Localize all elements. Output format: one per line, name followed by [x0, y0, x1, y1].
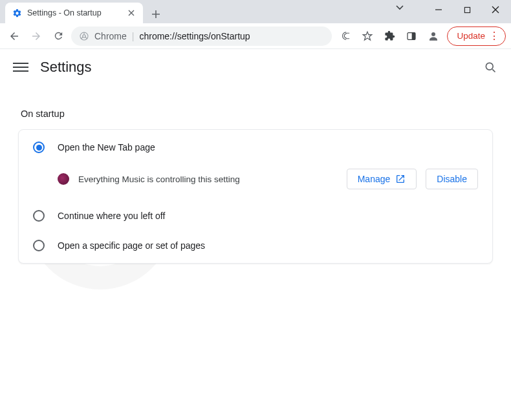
new-tab-button[interactable] — [147, 5, 165, 23]
option-continue[interactable]: Continue where you left off — [19, 201, 492, 231]
share-icon[interactable] — [336, 26, 355, 46]
disable-label: Disable — [437, 174, 467, 184]
url-separator: | — [132, 31, 135, 41]
search-button[interactable] — [483, 59, 498, 75]
settings-appbar: Settings — [0, 49, 511, 85]
menu-dots-icon: ⋮ — [489, 31, 499, 41]
toolbar-actions — [336, 26, 443, 46]
browser-tab-active[interactable]: Settings - On startup — [5, 3, 143, 23]
reload-button[interactable] — [49, 27, 67, 45]
radio-selected-icon — [33, 142, 45, 153]
sidepanel-icon[interactable] — [402, 26, 421, 46]
svg-rect-10 — [412, 32, 415, 39]
extensions-icon[interactable] — [380, 26, 399, 46]
tab-title: Settings - On startup — [27, 8, 102, 17]
radio-unselected-icon — [33, 240, 45, 251]
chrome-icon — [79, 31, 89, 41]
menu-icon[interactable] — [13, 59, 28, 75]
extension-icon — [58, 173, 69, 185]
extension-control-row: Everything Music is controlling this set… — [19, 162, 492, 201]
window-controls — [426, 0, 508, 19]
url-scheme: Chrome — [94, 31, 127, 41]
url-text: chrome://settings/onStartup — [139, 31, 250, 41]
open-in-new-icon — [395, 174, 406, 184]
tab-search-button[interactable] — [395, 3, 404, 14]
update-button[interactable]: Update ⋮ — [447, 26, 506, 46]
manage-label: Manage — [358, 174, 391, 184]
manage-button[interactable]: Manage — [347, 169, 417, 189]
settings-content: On startup Open the New Tab page Everyth… — [0, 85, 511, 271]
page-title: Settings — [40, 59, 92, 76]
close-icon[interactable] — [126, 8, 136, 18]
maximize-button[interactable] — [454, 1, 480, 19]
option-label: Open a specific page or set of pages — [58, 240, 205, 251]
gear-icon — [12, 8, 22, 18]
back-button[interactable] — [5, 27, 23, 45]
startup-options-card: Open the New Tab page Everything Music i… — [18, 129, 493, 264]
forward-button[interactable] — [27, 27, 45, 45]
minimize-button[interactable] — [426, 1, 451, 19]
svg-point-11 — [431, 32, 435, 36]
svg-point-12 — [486, 63, 493, 70]
option-specific[interactable]: Open a specific page or set of pages — [19, 231, 492, 260]
disable-button[interactable]: Disable — [426, 169, 478, 189]
option-label: Continue where you left off — [58, 211, 165, 221]
radio-unselected-icon — [33, 210, 45, 222]
close-window-button[interactable] — [483, 1, 508, 19]
option-label: Open the New Tab page — [58, 142, 155, 152]
section-heading: On startup — [21, 109, 493, 119]
option-new-tab[interactable]: Open the New Tab page — [19, 132, 492, 162]
controlled-by-text: Everything Music is controlling this set… — [78, 174, 338, 184]
browser-toolbar: Chrome | chrome://settings/onStartup Upd… — [0, 23, 511, 49]
bookmark-icon[interactable] — [358, 26, 377, 46]
profile-icon[interactable] — [424, 26, 443, 46]
svg-rect-6 — [464, 7, 470, 12]
address-bar[interactable]: Chrome | chrome://settings/onStartup — [71, 26, 332, 46]
browser-tabstrip: Settings - On startup — [0, 0, 511, 23]
update-label: Update — [457, 31, 485, 41]
